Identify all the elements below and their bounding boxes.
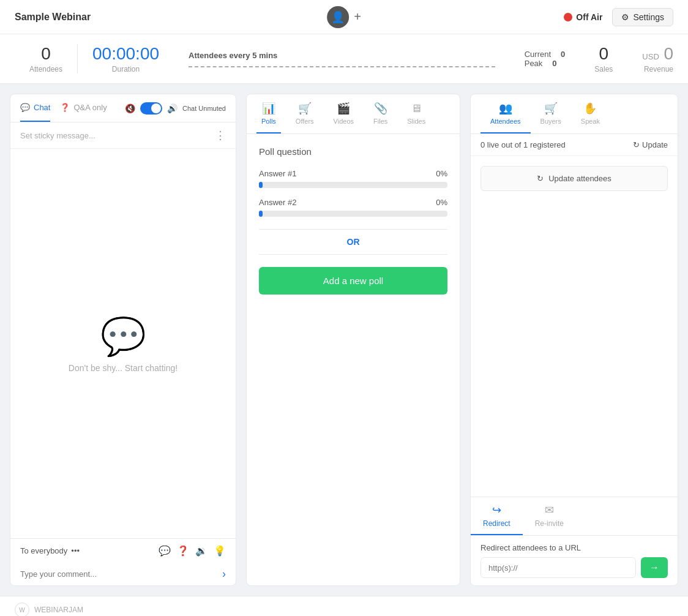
- send-button[interactable]: ›: [222, 568, 226, 580]
- duration-label: Duration: [92, 65, 159, 73]
- chat-tabs: 💬 Chat ❓ Q&A only 🔇 🔊 Chat Unmuted: [10, 94, 236, 122]
- tab-chat[interactable]: 💬 Chat: [20, 94, 50, 122]
- webinarjam-logo: W: [15, 603, 29, 616]
- attendees-label: Attendees: [29, 65, 62, 73]
- chat-icon: 💬: [20, 103, 30, 112]
- header-center: 👤 +: [327, 6, 361, 28]
- chat-panel: 💬 Chat ❓ Q&A only 🔇 🔊 Chat Unmuted Set s…: [10, 94, 236, 586]
- answer1-label: Answer #1: [259, 169, 296, 178]
- chart-line: [189, 66, 495, 67]
- slides-icon: 🖥: [411, 102, 422, 115]
- update-attendees-button[interactable]: ↻ Update attendees: [480, 166, 668, 191]
- stats-bar: 0 Attendees 00:00:00 Duration Attendees …: [0, 34, 688, 84]
- answer1-bar: [259, 182, 447, 188]
- revenue-value: 0: [664, 44, 673, 63]
- polls-panel: 📊 Polls 🛒 Offers 🎬 Videos 📎 Files 🖥 Slid…: [246, 94, 460, 586]
- page-title: Sample Webinar: [15, 12, 91, 23]
- header: Sample Webinar 👤 + Off Air ⚙ Settings: [0, 0, 688, 34]
- speaker-icon[interactable]: 🔉: [195, 545, 208, 557]
- redirect-input-row: →: [480, 557, 668, 578]
- tab-buyers[interactable]: 🛒 Buyers: [531, 94, 571, 133]
- settings-button[interactable]: ⚙ Settings: [612, 8, 673, 26]
- brand-name: WEBINARJAM: [34, 606, 83, 614]
- tab-redirect[interactable]: ↪ Redirect: [471, 497, 523, 535]
- answer1-bar-fill: [259, 182, 263, 188]
- question-icon[interactable]: ❓: [177, 545, 189, 557]
- stat-sales: 0 Sales: [580, 44, 627, 73]
- redirect-go-button[interactable]: →: [641, 557, 668, 578]
- update-link[interactable]: ↻ Update: [633, 140, 668, 149]
- avatar: 👤: [327, 6, 349, 28]
- refresh-icon: ↻: [633, 140, 640, 149]
- toggle-label: Chat Unmuted: [182, 105, 226, 112]
- redirect-section: ↪ Redirect ✉ Re-invite Redirect attendee…: [471, 497, 678, 585]
- redirect-label: Redirect attendees to a URL: [480, 543, 668, 552]
- volume-icon: 🔊: [167, 103, 178, 113]
- attendees-icon: 👥: [499, 102, 512, 115]
- chat-footer-top: To everybody ••• 💬 ❓ 🔉 💡: [10, 539, 236, 563]
- redirect-tabs: ↪ Redirect ✉ Re-invite: [471, 497, 678, 536]
- sales-value: 0: [594, 44, 613, 64]
- tab-offers[interactable]: 🛒 Offers: [291, 94, 319, 133]
- tab-reinvite[interactable]: ✉ Re-invite: [523, 497, 576, 535]
- attendees-count-bar: 0 live out of 1 registered ↻ Update: [471, 134, 678, 156]
- tab-slides[interactable]: 🖥 Slides: [402, 95, 430, 133]
- polls-icon: 📊: [262, 102, 275, 115]
- count-text: 0 live out of 1 registered: [480, 140, 566, 149]
- redirect-input[interactable]: [480, 557, 636, 578]
- chat-footer: To everybody ••• 💬 ❓ 🔉 💡 ›: [10, 538, 236, 585]
- attendees-tabs: 👥 Attendees 🛒 Buyers ✋ Speak: [471, 94, 678, 134]
- tab-videos[interactable]: 🎬 Videos: [329, 94, 359, 133]
- footer-icons: 💬 ❓ 🔉 💡: [159, 545, 226, 557]
- spotlight-icon[interactable]: 💡: [214, 545, 226, 557]
- main-content: 💬 Chat ❓ Q&A only 🔇 🔊 Chat Unmuted Set s…: [0, 84, 688, 596]
- sticky-placeholder: Set sticky message...: [20, 131, 95, 140]
- polls-tabs: 📊 Polls 🛒 Offers 🎬 Videos 📎 Files 🖥 Slid…: [247, 94, 460, 134]
- stat-duration: 00:00:00 Duration: [77, 44, 174, 73]
- answer1-pct: 0%: [436, 169, 447, 178]
- add-poll-button[interactable]: Add a new poll: [259, 267, 447, 295]
- answer2-bar-fill: [259, 211, 263, 217]
- offers-icon: 🛒: [298, 102, 312, 115]
- chat-empty-text: Don't be shy... Start chatting!: [69, 363, 178, 373]
- sticky-menu-button[interactable]: ⋮: [215, 129, 226, 142]
- poll-question: Poll question: [259, 146, 447, 157]
- attendees-body: ↻ Update attendees: [471, 156, 678, 497]
- tab-speak[interactable]: ✋ Speak: [571, 94, 610, 133]
- buyers-icon: 🛒: [544, 102, 558, 115]
- answer2-label: Answer #2: [259, 198, 296, 207]
- videos-icon: 🎬: [337, 102, 350, 115]
- current-value: 0: [561, 50, 565, 59]
- duration-value: 00:00:00: [92, 44, 159, 64]
- reinvite-icon: ✉: [545, 503, 554, 517]
- poll-or-divider: OR: [259, 229, 447, 255]
- chat-toggle[interactable]: [140, 102, 162, 115]
- tab-attendees[interactable]: 👥 Attendees: [480, 94, 531, 133]
- tab-polls[interactable]: 📊 Polls: [256, 94, 281, 133]
- stat-current-peak: Current 0 Peak 0: [510, 50, 580, 68]
- mute-icon: 🔇: [125, 103, 135, 113]
- message-icon[interactable]: 💬: [159, 545, 171, 557]
- off-air-label: Off Air: [576, 12, 602, 22]
- refresh-btn-icon: ↻: [537, 174, 544, 183]
- gear-icon: ⚙: [621, 12, 629, 22]
- sales-label: Sales: [594, 65, 613, 73]
- chat-controls: 🔇 🔊 Chat Unmuted: [125, 102, 226, 115]
- off-air-badge: Off Air: [564, 12, 602, 22]
- chat-input-row: ›: [10, 563, 236, 585]
- settings-label: Settings: [633, 12, 664, 22]
- tab-files[interactable]: 📎 Files: [368, 94, 392, 133]
- current-label: Current: [525, 50, 551, 59]
- tab-qa[interactable]: ❓ Q&A only: [60, 94, 107, 122]
- poll-answer-1: Answer #1 0%: [259, 169, 447, 188]
- chat-input[interactable]: [20, 569, 217, 579]
- chart-label: Attendees every 5 mins: [189, 51, 495, 60]
- peak-value: 0: [552, 59, 556, 68]
- red-dot-icon: [564, 13, 572, 21]
- add-presenter-button[interactable]: +: [354, 10, 361, 24]
- answer2-pct: 0%: [436, 198, 447, 207]
- revenue-currency: USD: [642, 52, 659, 61]
- chat-body: 💬 Don't be shy... Start chatting!: [10, 149, 236, 538]
- audience-options-icon: •••: [71, 546, 80, 555]
- avatar-icon: 👤: [331, 10, 345, 24]
